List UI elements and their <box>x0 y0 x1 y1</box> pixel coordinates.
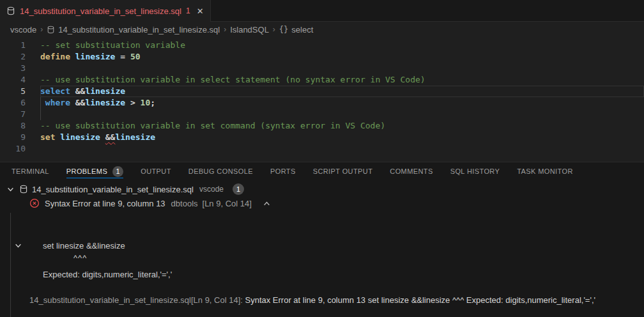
chevron-right-icon: › <box>273 25 275 34</box>
editor-tab-bar: 14_substitution_variable_in_set_linesize… <box>0 0 644 22</box>
code-token <box>100 132 105 142</box>
error-detail-code: set linesize &&linesize <box>43 241 125 251</box>
error-footer-message: Syntax Error at line 9, column 13 set li… <box>245 295 596 305</box>
code-text <box>40 109 644 120</box>
code-line[interactable]: 9set linesize &&linesize <box>0 132 644 143</box>
chevron-up-icon[interactable] <box>262 198 272 208</box>
code-text: -- use substitution variable in select s… <box>40 74 644 86</box>
close-icon[interactable]: ✕ <box>197 6 204 16</box>
breadcrumb-item[interactable]: IslandSQL <box>230 25 269 35</box>
panel-tab-script-output[interactable]: SCRIPT OUTPUT <box>313 163 373 180</box>
line-number[interactable]: 1 <box>0 40 26 51</box>
error-message: Syntax Error at line 9, column 13 <box>45 199 165 208</box>
code-token: ; <box>150 98 155 107</box>
database-icon <box>19 185 28 194</box>
code-line[interactable]: 7 <box>0 109 644 120</box>
error-detail-expected: Expected: digits,numeric_literal,'=',' <box>43 268 644 282</box>
code-token: linesize <box>85 98 125 107</box>
code-text: -- set substituation variable <box>40 40 644 51</box>
panel-tab-label: COMMENTS <box>390 167 433 175</box>
code-token: = <box>115 52 130 61</box>
panel-tab-terminal[interactable]: TERMINAL <box>12 163 49 180</box>
panel-tab-label: TASK MONITOR <box>517 167 573 175</box>
code-line[interactable]: 5select &&linesize <box>0 86 644 97</box>
problems-file-row[interactable]: 14_substitution_variable_in_set_linesize… <box>0 182 644 196</box>
panel-tab-label: OUTPUT <box>141 167 171 175</box>
error-location: [Ln 9, Col 14] <box>203 199 252 208</box>
code-line[interactable]: 10 <box>0 143 644 155</box>
chevron-down-icon[interactable] <box>13 240 23 251</box>
code-token: linesize <box>75 52 116 61</box>
code-line[interactable]: 3 <box>0 63 644 74</box>
problems-error-row[interactable]: Syntax Error at line 9, column 13 dbtool… <box>0 196 644 210</box>
line-number[interactable]: 3 <box>0 63 26 74</box>
code-token: > <box>125 98 140 107</box>
line-number[interactable]: 4 <box>0 74 26 86</box>
line-number[interactable]: 5 <box>0 86 26 97</box>
line-number[interactable]: 8 <box>0 120 26 132</box>
error-detail-block: set linesize &&linesize ^^^ Expected: di… <box>0 238 644 282</box>
code-line[interactable]: 4-- use substitution variable in select … <box>0 74 644 86</box>
tab-error-count: 1 <box>186 6 190 15</box>
chevron-right-icon: › <box>40 25 43 34</box>
error-footer-prefix: 14_substitution_variable_in_set_linesize… <box>29 295 243 305</box>
chevron-down-icon[interactable] <box>5 184 15 194</box>
code-token: -- use substitution variable in set comm… <box>40 121 385 130</box>
panel-tab-debug-console[interactable]: DEBUG CONSOLE <box>188 163 253 180</box>
code-text <box>40 143 644 155</box>
problems-file-name: 14_substitution_variable_in_set_linesize… <box>32 185 194 194</box>
line-number[interactable]: 6 <box>0 97 26 109</box>
panel-tab-bar: TERMINALPROBLEMS1OUTPUTDEBUG CONSOLEPORT… <box>0 162 644 180</box>
code-token <box>70 98 75 107</box>
error-footer-line[interactable]: 14_substitution_variable_in_set_linesize… <box>0 293 644 307</box>
chevron-right-icon: › <box>224 25 226 34</box>
problems-panel: 14_substitution_variable_in_set_linesize… <box>0 180 644 317</box>
problems-file-workspace: vscode <box>199 185 224 194</box>
panel-tab-label: TERMINAL <box>12 167 49 175</box>
breadcrumb-item[interactable]: vscode <box>10 25 36 35</box>
breadcrumb: vscode›14_substitution_variable_in_set_l… <box>0 22 644 37</box>
code-text: where &&linesize > 10; <box>40 97 644 109</box>
code-token <box>40 98 45 107</box>
error-source: dbtools <box>171 199 198 208</box>
database-icon <box>47 26 55 34</box>
breadcrumb-item[interactable]: 14_substitution_variable_in_set_linesize… <box>47 25 220 35</box>
code-token: linesize <box>60 132 100 142</box>
panel-tab-sql-history[interactable]: SQL HISTORY <box>450 163 500 180</box>
code-token: && <box>105 132 116 142</box>
code-editor[interactable]: 1-- set substituation variable2define li… <box>0 37 644 162</box>
database-icon <box>6 6 15 15</box>
braces-symbol-icon: {} <box>279 25 288 34</box>
line-number[interactable]: 9 <box>0 132 26 143</box>
tree-indent-guide <box>10 213 11 317</box>
error-icon <box>29 198 40 208</box>
panel-tab-comments[interactable]: COMMENTS <box>390 163 433 180</box>
code-token: && <box>70 86 85 96</box>
line-number[interactable]: 2 <box>0 51 26 63</box>
panel-tab-label: PORTS <box>270 167 296 175</box>
tab-title: 14_substitution_variable_in_set_linesize… <box>20 6 181 16</box>
panel-tab-task-monitor[interactable]: TASK MONITOR <box>517 163 573 180</box>
code-token: 10 <box>141 98 151 107</box>
code-token: select <box>40 86 70 96</box>
panel-tab-label: PROBLEMS <box>66 167 107 175</box>
panel-tab-output[interactable]: OUTPUT <box>141 163 171 180</box>
code-token <box>70 52 75 61</box>
code-text: select &&linesize <box>40 86 644 97</box>
breadcrumb-label: select <box>291 25 313 35</box>
line-number[interactable]: 7 <box>0 109 26 120</box>
code-token: 50 <box>130 52 141 61</box>
breadcrumb-item[interactable]: {}select <box>279 25 313 35</box>
code-token: && <box>75 98 86 107</box>
code-line[interactable]: 2define linesize = 50 <box>0 51 644 63</box>
panel-tab-problems[interactable]: PROBLEMS1 <box>66 163 123 180</box>
code-line[interactable]: 6 where &&linesize > 10; <box>0 97 644 109</box>
code-line[interactable]: 1-- set substituation variable <box>0 40 644 51</box>
line-number[interactable]: 10 <box>0 143 26 155</box>
code-line[interactable]: 8-- use substitution variable in set com… <box>0 120 644 132</box>
panel-tab-ports[interactable]: PORTS <box>270 163 296 180</box>
breadcrumb-label: vscode <box>10 25 36 35</box>
error-detail-code-row[interactable]: set linesize &&linesize <box>0 238 644 252</box>
editor-tab[interactable]: 14_substitution_variable_in_set_linesize… <box>0 0 211 22</box>
problems-badge: 1 <box>112 166 123 177</box>
